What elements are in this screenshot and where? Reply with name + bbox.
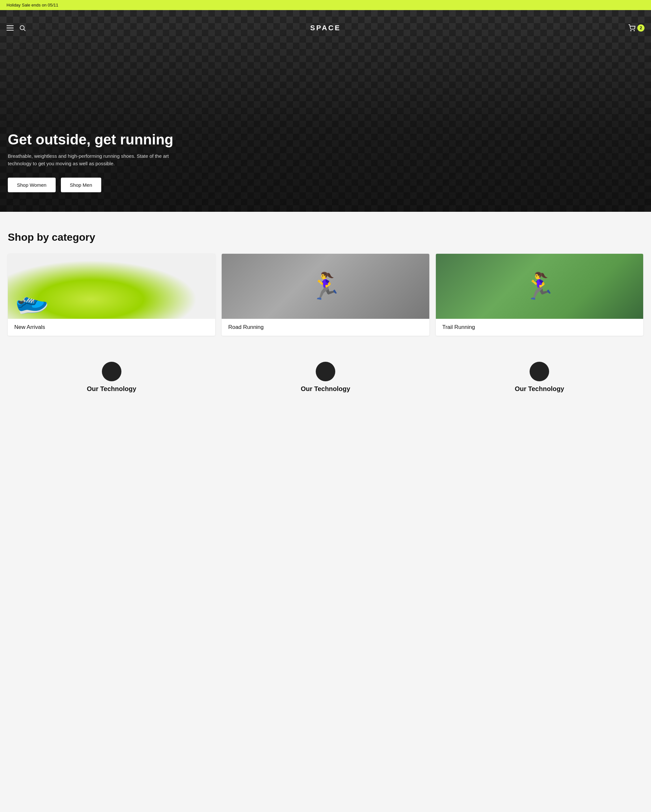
header-left	[6, 24, 26, 32]
technology-section: Our Technology Our Technology Our Techno…	[0, 349, 651, 399]
tech-item-1: Our Technology	[8, 362, 215, 393]
cart-button[interactable]: 2	[628, 24, 645, 32]
hero-content: Get outside, get running Breathable, wei…	[8, 132, 643, 192]
svg-point-2	[631, 30, 631, 31]
hero-section: SPACE 2 Get outside, get running Breatha…	[0, 10, 651, 212]
tech-item-3: Our Technology	[436, 362, 643, 393]
category-section: Shop by category New Arrivals Road Runni…	[0, 212, 651, 349]
cart-icon	[628, 24, 636, 32]
menu-button[interactable]	[6, 25, 14, 31]
announcement-bar: Holiday Sale ends on 05/11	[0, 0, 651, 10]
category-image-trail-running	[436, 254, 643, 319]
category-image-new-arrivals	[8, 254, 215, 319]
category-card-road-running[interactable]: Road Running	[222, 254, 429, 336]
hero-subtitle: Breathable, weightless and high-performi…	[8, 153, 177, 167]
category-label-road-running: Road Running	[222, 319, 429, 336]
category-label-new-arrivals: New Arrivals	[8, 319, 215, 336]
tech-item-2: Our Technology	[222, 362, 429, 393]
header-right: 2	[628, 24, 645, 32]
announcement-text: Holiday Sale ends on 05/11	[6, 3, 58, 8]
shop-men-button[interactable]: Shop Men	[61, 178, 101, 192]
tech-icon-3	[530, 362, 549, 381]
category-section-title: Shop by category	[8, 231, 643, 243]
tech-icon-2	[316, 362, 335, 381]
svg-point-3	[634, 30, 634, 31]
tech-title-1: Our Technology	[8, 385, 215, 393]
hero-buttons: Shop Women Shop Men	[8, 178, 643, 192]
cart-count-badge: 2	[637, 24, 645, 32]
hero-title: Get outside, get running	[8, 132, 643, 147]
site-header: SPACE 2	[0, 20, 651, 35]
svg-point-0	[20, 26, 24, 30]
category-label-trail-running: Trail Running	[436, 319, 643, 336]
tech-title-3: Our Technology	[436, 385, 643, 393]
shop-women-button[interactable]: Shop Women	[8, 178, 56, 192]
tech-icon-1	[102, 362, 121, 381]
category-card-new-arrivals[interactable]: New Arrivals	[8, 254, 215, 336]
search-icon[interactable]	[19, 24, 26, 32]
category-image-road-running	[222, 254, 429, 319]
site-logo[interactable]: SPACE	[310, 24, 341, 32]
category-grid: New Arrivals Road Running Trail Running	[8, 254, 643, 336]
category-card-trail-running[interactable]: Trail Running	[436, 254, 643, 336]
tech-title-2: Our Technology	[222, 385, 429, 393]
svg-line-1	[24, 29, 25, 31]
